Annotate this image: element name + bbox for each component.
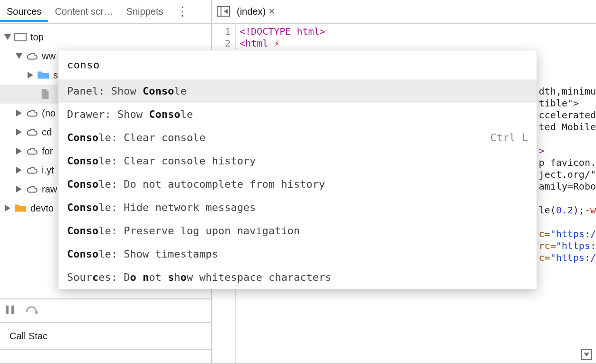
tab-content-scripts[interactable]: Content scr… [48, 1, 119, 22]
folder-icon [37, 70, 49, 80]
command-menu-item[interactable]: Console: Clear console history [58, 149, 537, 172]
tree-label: (no [42, 108, 56, 119]
command-menu-item[interactable]: Console: Hide network messages [58, 196, 537, 219]
editor-tab-strip: (index) × [212, 0, 596, 24]
command-menu-item[interactable]: Sources: Do not show whitespace characte… [58, 266, 537, 289]
command-menu-item[interactable]: Panel: Show Console [58, 79, 537, 103]
command-menu-list: Panel: Show Console Drawer: Show Console… [58, 79, 537, 289]
expand-icon[interactable] [16, 186, 22, 192]
folder-icon [14, 203, 27, 213]
cloud-icon [26, 184, 38, 194]
code-fragment-right: dth,minimu tible"> ccelerated ted Mobile… [539, 86, 596, 264]
tree-label: s [53, 70, 58, 81]
expand-icon[interactable] [16, 129, 22, 135]
expand-icon[interactable] [28, 72, 33, 78]
cloud-icon [26, 108, 38, 118]
toggle-navigator-icon[interactable] [217, 6, 230, 17]
section-divider [0, 349, 211, 363]
command-menu-item[interactable]: Console: Clear console Ctrl L [58, 126, 537, 149]
file-icon [39, 89, 51, 99]
call-stack-section[interactable]: Call Stac [0, 322, 211, 349]
expand-icon[interactable] [4, 34, 11, 40]
tree-label: top [30, 32, 44, 43]
cloud-icon [26, 165, 38, 175]
tree-label: raw [42, 184, 57, 195]
expand-icon[interactable] [5, 205, 10, 211]
pause-icon[interactable] [6, 305, 14, 317]
cloud-icon [26, 127, 38, 137]
command-menu-item[interactable]: Console: Show timestamps [58, 242, 537, 266]
command-menu-item[interactable]: Console: Preserve log upon navigation [58, 219, 537, 242]
editor-tab-index[interactable]: (index) × [237, 5, 275, 18]
expand-icon[interactable] [16, 148, 22, 154]
step-over-icon[interactable] [26, 305, 39, 317]
tab-snippets[interactable]: Snippets [120, 1, 170, 22]
command-menu-item[interactable]: Drawer: Show Console [58, 103, 537, 126]
command-menu-item[interactable]: Console: Do not autocomplete from histor… [58, 172, 537, 196]
close-icon[interactable]: × [269, 5, 275, 18]
svg-rect-1 [11, 306, 14, 314]
tree-label: i.yt [42, 165, 54, 176]
tree-label: ww [42, 51, 56, 62]
line-number: 2 [212, 38, 231, 49]
frame-icon [14, 33, 27, 41]
tree-item-top[interactable]: top [0, 28, 211, 47]
command-menu: conso Panel: Show Console Drawer: Show C… [58, 50, 537, 289]
expand-icon[interactable] [16, 167, 22, 173]
tab-sources[interactable]: Sources [0, 1, 48, 22]
svg-point-2 [35, 311, 38, 314]
tree-label: cd [42, 127, 52, 138]
call-stack-label: Call Stac [10, 331, 48, 342]
line-number: 1 [212, 26, 231, 38]
pretty-print-icon[interactable] [581, 349, 592, 360]
tree-label: for [42, 146, 53, 157]
more-tabs-icon[interactable]: ⋮ [170, 4, 195, 19]
cloud-icon [26, 51, 38, 61]
left-tab-strip: Sources Content scr… Snippets ⋮ [0, 0, 211, 24]
tree-label: devto [30, 203, 54, 214]
cloud-icon [26, 146, 38, 156]
svg-rect-0 [6, 306, 9, 314]
command-menu-input[interactable]: conso [58, 50, 537, 79]
keyboard-shortcut: Ctrl L [490, 132, 528, 144]
debugger-toolbar [0, 298, 211, 322]
editor-tab-label: (index) [237, 6, 266, 17]
expand-icon[interactable] [16, 110, 22, 116]
expand-icon[interactable] [16, 53, 22, 59]
